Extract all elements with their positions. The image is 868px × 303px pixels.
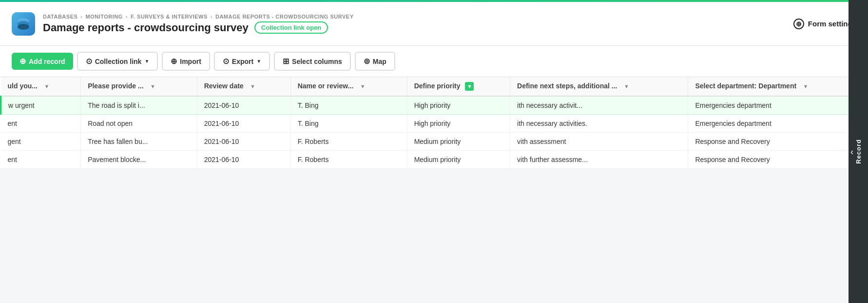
right-panel-label: Record (855, 139, 862, 164)
collection-link-button[interactable]: ⊙ Collection link ▼ (77, 52, 158, 71)
import-button[interactable]: ⊕ Import (162, 52, 210, 71)
table-row[interactable]: w urgentThe road is split i...2021-06-10… (1, 96, 868, 115)
cell-col7-row1: Emergencies department (688, 115, 868, 133)
col4-filter-icon[interactable]: ▼ (358, 82, 367, 91)
map-label: Map (373, 58, 386, 65)
toolbar: ⊕ Add record ⊙ Collection link ▼ ⊕ Impor… (0, 46, 868, 77)
chevron-down-icon: ▼ (144, 59, 149, 64)
table-row[interactable]: entRoad not open2021-06-10T. BingHigh pr… (1, 115, 868, 133)
map-button[interactable]: ⊚ Map (355, 52, 395, 71)
add-icon: ⊕ (19, 57, 26, 66)
cell-col7-row2: Response and Recovery (688, 133, 868, 151)
col-header-1[interactable]: uld you... ▼ (1, 77, 81, 96)
col2-label: Please provide ... (88, 82, 143, 90)
collection-link-label: Collection link (95, 58, 142, 65)
cell-col1-row1: ent (1, 115, 81, 133)
add-record-label: Add record (29, 58, 65, 65)
export-icon: ⊙ (223, 57, 229, 66)
export-chevron-icon: ▼ (256, 59, 261, 64)
select-columns-label: Select columns (292, 58, 342, 65)
collection-badge[interactable]: Collection link open (254, 21, 328, 34)
export-label: Export (232, 58, 253, 65)
collection-link-icon: ⊙ (86, 57, 92, 66)
header-text: DATABASES › MONITORING › F. SURVEYS & IN… (43, 14, 353, 34)
col-header-6[interactable]: Define next steps, additional ... ▼ (510, 77, 688, 96)
col-header-5[interactable]: Define priority ▼ (407, 77, 510, 96)
form-settings-button[interactable]: ⊕ Form settings (793, 19, 856, 29)
breadcrumb-sep-3: › (211, 14, 212, 20)
cell-col6-row3: vith further assessme... (510, 151, 688, 169)
cell-col6-row0: ith necessary activit... (510, 96, 688, 115)
cell-col7-row3: Response and Recovery (688, 151, 868, 169)
col-header-7[interactable]: Select department: Department ▼ (688, 77, 868, 96)
table-container: uld you... ▼ Please provide ... ▼ Review… (0, 77, 868, 169)
cell-col4-row3: F. Roberts (290, 151, 407, 169)
cell-col4-row0: T. Bing (290, 96, 407, 115)
col5-filter-icon[interactable]: ▼ (465, 82, 474, 91)
import-icon: ⊕ (171, 57, 177, 66)
form-settings-icon: ⊕ (793, 19, 804, 29)
cell-col1-row2: gent (1, 133, 81, 151)
header-left: DATABASES › MONITORING › F. SURVEYS & IN… (12, 12, 353, 36)
import-label: Import (180, 58, 201, 65)
col7-filter-icon[interactable]: ▼ (801, 82, 810, 91)
table-row[interactable]: entPavement blocke...2021-06-10F. Robert… (1, 151, 868, 169)
col2-filter-icon[interactable]: ▼ (148, 82, 157, 91)
col5-label: Define priority (414, 82, 461, 90)
add-record-button[interactable]: ⊕ Add record (12, 53, 73, 70)
cell-col2-row0: The road is split i... (81, 96, 197, 115)
page-title: Damage reports - crowdsourcing survey Co… (43, 21, 353, 34)
cell-col6-row1: ith necessary activities. (510, 115, 688, 133)
breadcrumb-item-2: MONITORING (86, 14, 123, 20)
breadcrumb: DATABASES › MONITORING › F. SURVEYS & IN… (43, 14, 353, 20)
breadcrumb-sep-1: › (80, 14, 82, 20)
col-header-2[interactable]: Please provide ... ▼ (81, 77, 197, 96)
right-panel-chevron-icon: ‹ (850, 146, 853, 157)
col4-label: Name or review... (298, 82, 354, 90)
col-header-3[interactable]: Review date ▼ (197, 77, 290, 96)
breadcrumb-item-3: F. SURVEYS & INTERVIEWS (131, 14, 208, 20)
cell-col3-row2: 2021-06-10 (197, 133, 290, 151)
col6-filter-icon[interactable]: ▼ (622, 82, 631, 91)
col3-label: Review date (204, 82, 244, 90)
col1-label: uld you... (8, 82, 38, 90)
svg-point-2 (18, 24, 29, 30)
cell-col6-row2: vith assessment (510, 133, 688, 151)
cell-col4-row1: T. Bing (290, 115, 407, 133)
col1-filter-icon[interactable]: ▼ (42, 82, 51, 91)
cell-col5-row3: Medium priority (407, 151, 510, 169)
breadcrumb-item-4: DAMAGE REPORTS - CROWDSOURCING SURVEY (215, 14, 354, 20)
cell-col1-row3: ent (1, 151, 81, 169)
cell-col5-row0: High priority (407, 96, 510, 115)
cell-col1-row0: w urgent (1, 96, 81, 115)
cell-col3-row1: 2021-06-10 (197, 115, 290, 133)
cell-col2-row2: Tree has fallen bu... (81, 133, 197, 151)
table-row[interactable]: gentTree has fallen bu...2021-06-10F. Ro… (1, 133, 868, 151)
col-header-4[interactable]: Name or review... ▼ (290, 77, 407, 96)
app-icon (12, 12, 35, 36)
cell-col2-row1: Road not open (81, 115, 197, 133)
export-button[interactable]: ⊙ Export ▼ (214, 52, 270, 71)
map-icon: ⊚ (364, 57, 370, 66)
select-columns-button[interactable]: ⊞ Select columns (274, 52, 351, 71)
header: DATABASES › MONITORING › F. SURVEYS & IN… (0, 2, 868, 46)
col6-label: Define next steps, additional ... (517, 82, 617, 90)
cell-col5-row1: High priority (407, 115, 510, 133)
cell-col3-row3: 2021-06-10 (197, 151, 290, 169)
columns-icon: ⊞ (283, 57, 289, 66)
cell-col4-row2: F. Roberts (290, 133, 407, 151)
cell-col3-row0: 2021-06-10 (197, 96, 290, 115)
breadcrumb-item-1: DATABASES (43, 14, 77, 20)
data-table: uld you... ▼ Please provide ... ▼ Review… (0, 77, 868, 169)
table-header-row: uld you... ▼ Please provide ... ▼ Review… (1, 77, 868, 96)
col7-label: Select department: Department (695, 82, 796, 90)
col3-filter-icon[interactable]: ▼ (249, 82, 257, 91)
page-title-text: Damage reports - crowdsourcing survey (43, 21, 249, 34)
cell-col7-row0: Emergencies department (688, 96, 868, 115)
cell-col5-row2: Medium priority (407, 133, 510, 151)
breadcrumb-sep-2: › (126, 14, 128, 20)
cell-col2-row3: Pavement blocke... (81, 151, 197, 169)
right-panel[interactable]: ‹ Record (849, 0, 868, 169)
table-body: w urgentThe road is split i...2021-06-10… (1, 96, 868, 169)
